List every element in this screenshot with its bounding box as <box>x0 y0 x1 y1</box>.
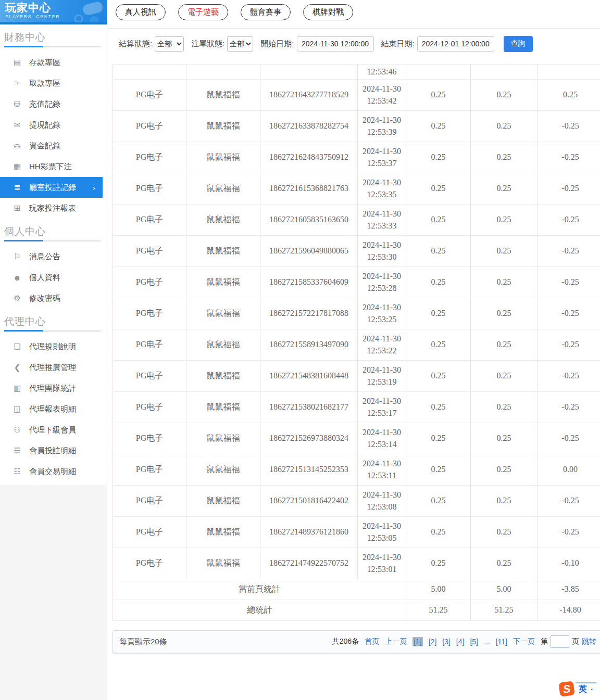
bet-amount-cell: 0.25 <box>406 142 471 173</box>
sidebar-item-icon: ☰ <box>11 446 23 455</box>
bet-amount-cell: 0.25 <box>406 361 471 392</box>
total-summary-row: 總統計 51.25 51.25 -14.80 <box>113 600 600 621</box>
page-link[interactable]: [3] <box>442 638 451 646</box>
page-link[interactable]: [4] <box>456 638 465 646</box>
table-row: PG电子 鼠鼠福福 1862721615368821763 2024-11-30… <box>113 173 600 205</box>
bet-amount-cell: 0.25 <box>406 486 471 517</box>
bet-date: 2024-11-30 <box>358 396 406 407</box>
bet-date: 2024-11-30 <box>358 83 406 95</box>
sidebar-item[interactable]: ≣ 廳室投註記錄 › <box>0 177 103 198</box>
provider-cell: PG电子 <box>113 329 186 361</box>
page-link[interactable]: 首页 <box>365 637 379 646</box>
sidebar-item[interactable]: ▤ 存款專區 <box>0 52 107 73</box>
page-summary-row: 當前頁統計 5.00 5.00 -3.85 <box>113 579 600 600</box>
sidebar-item[interactable]: ⚇ 代理下級會員 <box>0 419 107 440</box>
order-status-label: 注單狀態: <box>191 39 224 49</box>
game-cell: 鼠鼠福福 <box>186 517 260 548</box>
total-summary-label: 總統計 <box>113 600 406 621</box>
sidebar-item[interactable]: ⚙ 修改密碼 <box>0 288 107 309</box>
query-button[interactable]: 查詢 <box>504 36 533 52</box>
game-cell: 鼠鼠福福 <box>186 361 260 392</box>
sidebar-item-label: 廳室投註記錄 <box>29 183 76 193</box>
bet-id-cell: 1862721538021682177 <box>260 392 358 423</box>
sidebar-item-icon: ≣ <box>11 183 23 192</box>
sidebar-item-icon: ⚐ <box>11 252 23 261</box>
ime-indicator[interactable]: S 英 · <box>559 682 596 696</box>
table-row: PG电子 鼠鼠福福 1862721474922570752 2024-11-30… <box>113 548 600 579</box>
time-cell: 2024-11-30 12:53:33 <box>358 205 406 236</box>
bet-amount-cell: 0.25 <box>406 267 471 298</box>
win-loss-cell: -0.25 <box>538 236 600 267</box>
page-size-text: 每頁顯示20條 <box>119 637 167 647</box>
page-summary-bet: 5.00 <box>406 579 471 600</box>
sidebar-item[interactable]: ◫ 代理報表明細 <box>0 399 107 419</box>
chevron-right-icon: › <box>93 183 103 192</box>
valid-bet-cell <box>471 65 538 80</box>
start-date-input[interactable] <box>297 36 374 52</box>
sidebar-section: 代理中心 ❏ 代理規則說明 ❮ <box>0 309 107 482</box>
page-link[interactable]: [11] <box>496 638 507 646</box>
sidebar-item[interactable]: ▥ 代理團隊統計 <box>0 378 107 399</box>
settle-status-select[interactable]: 全部 <box>155 36 184 52</box>
tab-label: 體育賽事 <box>250 7 281 17</box>
category-tab[interactable]: 棋牌對戰 <box>303 4 353 20</box>
time-cell: 2024-11-30 12:53:28 <box>358 267 406 298</box>
category-tabs: 真人視訊 電子遊藝 體育賽事 棋牌對戰 <box>107 0 600 29</box>
jump-page-input[interactable] <box>551 635 569 648</box>
valid-bet-cell: 0.25 <box>471 548 538 579</box>
sidebar-item-icon: ⊞ <box>11 203 23 213</box>
sidebar-item[interactable]: ☷ 會員交易明細 <box>0 461 107 482</box>
provider-cell: PG电子 <box>113 361 186 392</box>
bet-id-cell: 1862721643277718529 <box>260 80 358 111</box>
end-date-input[interactable] <box>417 36 494 52</box>
sidebar-item[interactable]: ⛁ 充值記錄 <box>0 94 107 114</box>
bet-time: 12:53:17 <box>358 408 406 419</box>
sidebar-item[interactable]: ✉ 提現記錄 <box>0 114 107 135</box>
bet-date: 2024-11-30 <box>358 271 406 282</box>
valid-bet-cell: 0.25 <box>471 329 538 361</box>
game-cell: 鼠鼠福福 <box>186 423 260 454</box>
bet-time: 12:53:19 <box>358 376 406 388</box>
page-link[interactable]: 下一页 <box>513 637 535 646</box>
jump-button[interactable]: 跳转 <box>582 637 596 646</box>
sidebar-item[interactable]: ⛀ 資金記錄 <box>0 135 107 156</box>
table-row: PG电子 鼠鼠福福 1862721526973880324 2024-11-30… <box>113 423 600 454</box>
page-link[interactable]: [1] <box>413 637 423 646</box>
category-tab[interactable]: 體育賽事 <box>241 4 291 20</box>
bet-time: 12:53:11 <box>358 470 406 481</box>
game-cell: 鼠鼠福福 <box>186 454 260 486</box>
category-tab[interactable]: 真人視訊 <box>116 4 166 20</box>
bet-time: 12:53:35 <box>358 189 406 200</box>
sidebar-item[interactable]: ⚐ 消息公告 <box>0 246 107 267</box>
bet-date: 2024-11-30 <box>358 333 406 345</box>
sidebar-item[interactable]: ▦ HH彩票下注 <box>0 156 107 177</box>
page-link[interactable]: 上一页 <box>385 637 407 646</box>
total-summary-valid: 51.25 <box>471 600 538 621</box>
time-cell: 2024-11-30 12:53:19 <box>358 361 406 392</box>
order-status-select[interactable]: 全部 <box>227 36 253 52</box>
bet-time: 12:53:39 <box>358 126 406 138</box>
valid-bet-cell: 0.25 <box>471 205 538 236</box>
sogou-logo-icon[interactable]: S <box>558 681 574 696</box>
ime-language-mode[interactable]: 英 <box>579 684 587 695</box>
bet-id-cell <box>260 65 358 80</box>
page-link[interactable]: [5] <box>470 638 478 646</box>
bet-amount-cell: 0.25 <box>406 80 471 111</box>
page-links: 首页 上一页 [1] [2] [3] [4] [5] ... <box>365 637 535 646</box>
sidebar-item[interactable]: ☰ 會員投註明細 <box>0 440 107 461</box>
category-tab[interactable]: 電子遊藝 <box>178 4 228 20</box>
table-row: PG电子 鼠鼠福福 1862721633878282754 2024-11-30… <box>113 111 600 142</box>
tab-label: 電子遊藝 <box>188 7 219 17</box>
win-loss-cell: -0.25 <box>538 142 600 173</box>
time-cell: 2024-11-30 12:53:35 <box>358 173 406 205</box>
sidebar-item[interactable]: ⊞ 玩家投注報表 <box>0 198 107 219</box>
bet-id-cell: 1862721474922570752 <box>260 548 358 579</box>
sidebar-item[interactable]: ❏ 代理規則說明 <box>0 336 107 357</box>
bet-id-cell: 1862721585337604609 <box>260 267 358 298</box>
section-underline <box>4 330 101 332</box>
time-cell: 2024-11-30 12:53:39 <box>358 111 406 142</box>
sidebar-item[interactable]: ☻ 個人資料 <box>0 267 107 288</box>
sidebar-item[interactable]: ❮ 代理推廣管理 <box>0 357 107 378</box>
page-link[interactable]: [2] <box>429 638 437 646</box>
sidebar-item[interactable]: ☞ 取款專區 <box>0 73 107 94</box>
